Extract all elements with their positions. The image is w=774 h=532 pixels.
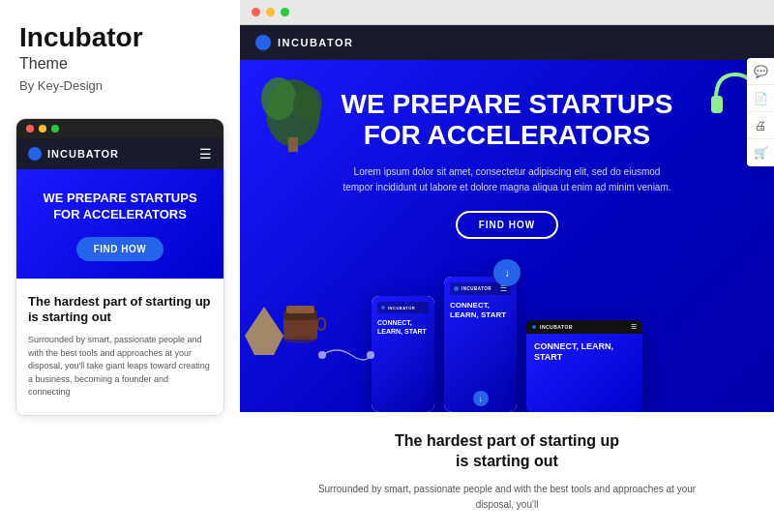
desktop-below-text: Surrounded by smart, passionate people a…: [313, 482, 700, 513]
mobile-dot-yellow: [39, 125, 46, 133]
mobile-dot-red: [26, 125, 34, 133]
earphone-decor: [317, 340, 375, 373]
mobile-logo-text: INCUBATOR: [47, 148, 119, 160]
svg-point-13: [367, 351, 374, 359]
left-header: Incubator Theme By Key-Design: [0, 0, 240, 108]
desktop-below-hero: The hardest part of starting up is start…: [240, 412, 774, 532]
cart-icon-button[interactable]: 🛒: [747, 139, 774, 166]
svg-point-12: [318, 351, 326, 359]
svg-point-9: [283, 336, 316, 343]
geometric-decor: [245, 307, 283, 359]
desktop-nav: INCUBATOR: [240, 25, 774, 60]
theme-author: By Key-Design: [19, 78, 221, 93]
mobile-preview: INCUBATOR ☰ WE PREPARE STARTUPS FOR ACCE…: [15, 118, 224, 416]
print-icon-button[interactable]: 🖨: [747, 112, 774, 139]
desktop-logo-text: INCUBATOR: [278, 37, 353, 48]
mobile-content-title: The hardest part of starting up is start…: [28, 294, 212, 327]
desktop-below-title: The hardest part of starting up is start…: [269, 431, 745, 472]
mobile-hero-title: WE PREPARE STARTUPS FOR ACCELERATORS: [30, 191, 210, 223]
svg-rect-4: [711, 96, 723, 113]
mobile-hero-section: WE PREPARE STARTUPS FOR ACCELERATORS FIN…: [16, 169, 223, 279]
left-panel: Incubator Theme By Key-Design INCUBATOR …: [0, 0, 240, 532]
desktop-hero-title: WE PREPARE STARTUPS FOR ACCELERATORS: [342, 89, 673, 151]
svg-marker-11: [245, 307, 283, 355]
browser-dot-green: [281, 8, 289, 16]
mobile-content-text: Surrounded by smart, passionate people a…: [28, 334, 212, 399]
floating-sidebar-icons: 💬 📄 🖨 🛒: [747, 58, 774, 166]
desktop-hero-description: Lorem ipsum dolor sit amet, consectetur …: [342, 164, 671, 195]
mobile-content-section: The hardest part of starting up is start…: [16, 279, 223, 415]
desktop-nav-logo: INCUBATOR: [255, 35, 353, 50]
chat-icon-button[interactable]: 💬: [747, 58, 774, 85]
mobile-top-bar: [16, 119, 223, 138]
mobile-dot-green: [51, 125, 59, 133]
mobile-hamburger-icon[interactable]: ☰: [199, 146, 212, 162]
right-panel: INCUBATOR: [240, 0, 774, 532]
desktop-hero-section: WE PREPARE STARTUPS FOR ACCELERATORS Lor…: [240, 60, 774, 412]
mobile-find-how-button[interactable]: FIND HOW: [76, 237, 164, 261]
svg-rect-10: [317, 318, 325, 330]
theme-title: Incubator: [19, 23, 221, 53]
theme-subtitle: Theme: [19, 55, 221, 73]
desktop-logo-icon: [255, 35, 271, 50]
scroll-down-button[interactable]: ↓: [493, 259, 521, 286]
svg-rect-3: [288, 137, 298, 152]
document-icon-button[interactable]: 📄: [747, 85, 774, 112]
browser-dot-red: [252, 8, 260, 16]
plant-decor: [259, 65, 327, 152]
mobile-nav-logo: INCUBATOR: [28, 147, 119, 161]
mobile-nav: INCUBATOR ☰: [16, 138, 223, 169]
desktop-find-how-button[interactable]: FIND HOW: [456, 211, 559, 239]
svg-point-1: [261, 77, 296, 120]
browser-chrome: [240, 0, 774, 25]
mobile-logo-icon: [28, 147, 42, 161]
svg-point-2: [293, 86, 322, 121]
browser-dot-yellow: [266, 8, 275, 16]
svg-rect-8: [286, 306, 314, 313]
desktop-site-preview: INCUBATOR: [240, 25, 774, 532]
